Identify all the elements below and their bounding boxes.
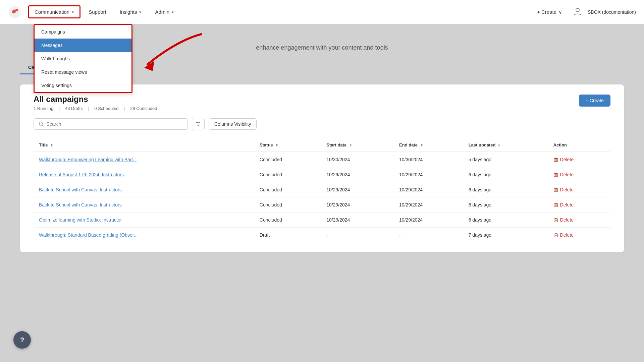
sort-icon-title: ⇕ [50,143,53,147]
help-icon: ? [20,336,24,344]
stat-drafts: 43 Drafts [65,106,83,111]
filter-icon [196,121,201,127]
sort-icon-start-date: ⇕ [349,143,352,147]
dropdown-item-reset-message-views[interactable]: Reset message views [35,65,131,79]
col-last-updated[interactable]: Last updated ▾ [463,138,548,152]
create-campaign-button[interactable]: + Create [579,95,610,107]
cell-title-1: Release of August 17th 2024: Instructors [34,167,254,182]
hero-text: enhance engagement with your content and… [256,44,388,51]
dropdown-item-walkthroughs[interactable]: Walkthroughs [35,52,131,65]
sort-icon-status: ⇕ [275,143,278,147]
user-icon[interactable] [573,7,582,17]
delete-button-2[interactable]: Delete [553,187,574,192]
cell-status-1: Concluded [254,167,321,182]
cell-title-4: Optimize learning with Studio: Instructo… [34,213,254,228]
nav-item-insights[interactable]: Insights ∨ [114,6,147,17]
search-box [34,118,188,130]
delete-button-0[interactable]: Delete [553,157,574,162]
cell-end-date-5: - [394,228,463,243]
sort-icon-last-updated: ▾ [498,143,500,147]
cell-end-date-3: 10/29/2024 [394,197,463,213]
cell-last-updated-5: 7 days ago [463,228,548,243]
delete-button-1[interactable]: Delete [553,172,574,177]
col-end-date[interactable]: End date ⇕ [394,138,463,152]
stat-concluded: 29 Concluded [130,106,157,111]
table-row: Walkthrough: Standard Based grading (Obs… [34,228,610,243]
cell-status-5: Draft [254,228,321,243]
chevron-up-icon: ∧ [71,10,74,14]
cell-end-date-2: 10/29/2024 [394,182,463,197]
table-header: Title ⇕ Status ⇕ Start date ⇕ End date [34,138,610,152]
cell-status-4: Concluded [254,213,321,228]
campaign-title-link-0[interactable]: Walkthrough: Empowering Learning with Ba… [39,157,137,162]
col-start-date[interactable]: Start date ⇕ [321,138,394,152]
nav-label-admin: Admin [155,9,169,15]
campaign-title-link-4[interactable]: Optimize learning with Studio: Instructo… [39,217,122,223]
cell-title-3: Back to School with Canvas: Instructors [34,197,254,213]
table-row: Walkthrough: Empowering Learning with Ba… [34,152,610,167]
search-icon [39,121,44,127]
logo[interactable] [8,5,21,19]
cell-end-date-1: 10/29/2024 [394,167,463,182]
cell-last-updated-1: 6 days ago [463,167,548,182]
trash-icon [553,202,558,207]
dropdown-item-voting-settings[interactable]: Voting settings [35,79,131,92]
delete-button-3[interactable]: Delete [553,202,574,207]
table-row: Back to School with Canvas: Instructors … [34,182,610,197]
chevron-down-icon-admin: ∨ [171,10,174,14]
cell-start-date-1: 10/29/2024 [321,167,394,182]
campaign-title-link-3[interactable]: Back to School with Canvas: Instructors [39,202,122,207]
delete-button-5[interactable]: Delete [553,232,574,238]
campaigns-table: Title ⇕ Status ⇕ Start date ⇕ End date [34,138,610,242]
filter-button[interactable] [192,118,205,130]
search-filter-row: Columns Visibility [34,118,610,130]
campaigns-header: All campaigns 1 Running | 43 Drafts | 0 … [34,95,610,111]
trash-icon [553,233,558,237]
cell-start-date-2: 10/29/2024 [321,182,394,197]
dropdown-item-campaigns[interactable]: Campaigns [35,25,131,39]
campaign-title-link-1[interactable]: Release of August 17th 2024: Instructors [39,172,124,177]
nav-item-support[interactable]: Support [83,6,112,17]
campaign-title-link-5[interactable]: Walkthrough: Standard Based grading (Obs… [39,232,138,238]
cell-end-date-0: 10/30/2024 [394,152,463,167]
cell-action-5: Delete [548,228,610,243]
table-row: Release of August 17th 2024: Instructors… [34,167,610,182]
svg-point-2 [576,8,579,12]
help-button[interactable]: ? [13,331,31,349]
cell-last-updated-2: 6 days ago [463,182,548,197]
cell-action-3: Delete [548,197,610,213]
cell-last-updated-3: 6 days ago [463,197,548,213]
col-title[interactable]: Title ⇕ [34,138,254,152]
trash-icon [553,157,558,162]
nav-label-communication: Communication [35,9,69,15]
campaign-title-link-2[interactable]: Back to School with Canvas: Instructors [39,187,122,192]
delete-button-4[interactable]: Delete [553,217,574,223]
nav-item-admin[interactable]: Admin ∨ [150,6,179,17]
nav-label-support: Support [89,9,106,15]
cell-action-0: Delete [548,152,610,167]
table-row: Back to School with Canvas: Instructors … [34,197,610,213]
search-input[interactable] [46,121,183,127]
create-nav-button[interactable]: + Create ∨ [532,6,568,18]
col-action: Action [548,138,610,152]
cell-action-2: Delete [548,182,610,197]
nav-label-insights: Insights [120,9,137,15]
cell-status-3: Concluded [254,197,321,213]
col-status[interactable]: Status ⇕ [254,138,321,152]
cell-start-date-4: 10/29/2024 [321,213,394,228]
sort-icon-end-date: ⇕ [420,143,423,147]
columns-visibility-button[interactable]: Columns Visibility [209,118,257,130]
svg-line-5 [42,125,43,126]
nav-items: Communication ∧ Support Insights ∨ Admin… [28,5,532,18]
cell-end-date-4: 10/29/2024 [394,213,463,228]
create-nav-label: + Create [537,9,556,15]
chevron-down-icon-insights: ∨ [139,10,142,14]
navbar: Communication ∧ Support Insights ∨ Admin… [0,0,644,24]
nav-item-communication[interactable]: Communication ∧ [28,5,80,18]
dropdown-item-messages[interactable]: Messages [35,39,131,52]
cell-action-4: Delete [548,213,610,228]
trash-icon [553,218,558,222]
cell-status-0: Concluded [254,152,321,167]
stat-running: 1 Running [34,106,53,111]
cell-last-updated-0: 5 days ago [463,152,548,167]
